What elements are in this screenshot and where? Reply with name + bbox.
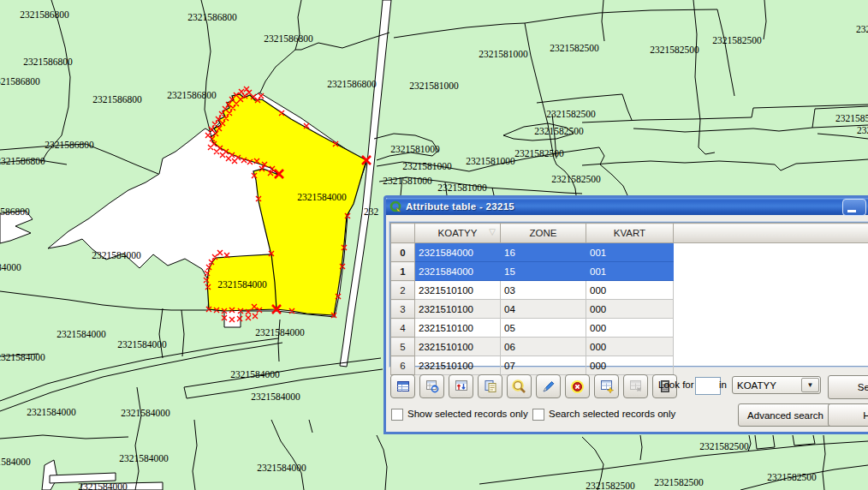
parcel-label: 2321584000 — [78, 481, 128, 490]
cell[interactable]: 07 — [501, 356, 586, 375]
parcel-label: 2321581000 — [402, 161, 452, 171]
chevron-down-icon[interactable]: ▼ — [801, 378, 819, 392]
column-header-label: KVART — [614, 228, 645, 238]
cell[interactable]: 2321510100 — [415, 319, 501, 338]
zoom-to-selection-button[interactable] — [507, 374, 532, 398]
parcel-label: 2321584000 — [117, 339, 167, 350]
move-selection-to-top-button[interactable] — [419, 374, 444, 398]
window-titlebar[interactable]: Attribute table - 23215 — [386, 198, 868, 215]
parcel-label: 23215856 — [835, 113, 868, 123]
cell[interactable]: 001 — [586, 262, 674, 281]
show-selected-label: Show selected records only — [407, 409, 528, 419]
parcel-label: 2321581000 — [383, 176, 432, 186]
show-selected-checkbox[interactable] — [391, 409, 403, 421]
unselect-all-button[interactable] — [390, 374, 415, 398]
cell[interactable]: 2321510100 — [415, 300, 501, 319]
new-column-icon — [600, 379, 614, 393]
cell[interactable]: 000 — [586, 356, 674, 375]
qgis-logo-icon — [389, 200, 401, 212]
cell[interactable]: 16 — [501, 243, 586, 262]
parcel-label: 232 — [857, 125, 868, 135]
screen: { "window": { "title": "Attribute table … — [0, 0, 868, 490]
invert-selection-button[interactable] — [449, 374, 473, 398]
parcel-label: 2321581000 — [479, 49, 528, 59]
attribute-toolbar — [390, 374, 677, 398]
parcel-label: 2321582500 — [586, 481, 635, 490]
parcel-label: 2321584000 — [255, 327, 305, 338]
parcel-label: 2321582500 — [767, 472, 817, 482]
in-label: in — [719, 379, 727, 390]
row-number[interactable]: 3 — [391, 300, 415, 319]
parcel-label: 2321582500 — [551, 174, 601, 184]
row-number[interactable]: 6 — [391, 356, 415, 375]
parcel-label: 2321581000 — [409, 81, 459, 91]
parcel-label: 2321584000 — [119, 453, 169, 463]
column-header-kvart[interactable]: KVART — [586, 224, 674, 243]
row-number[interactable]: 1 — [391, 262, 415, 281]
parcel-label: 2321586800 — [264, 33, 313, 44]
parcel-label: 2321582500 — [550, 43, 599, 53]
minimize-icon — [847, 210, 856, 212]
cell[interactable]: 000 — [586, 281, 674, 300]
attribute-table-frame: KOATYY ▽ ZONE KVART 02321584000160011232… — [389, 222, 868, 367]
parcel-label: 2321586800 — [167, 90, 217, 100]
delete-selected-icon — [570, 379, 585, 394]
minimize-button[interactable] — [842, 199, 866, 216]
parcel-label: 2321586800 — [0, 206, 30, 217]
window-title: Attribute table - 23215 — [406, 201, 514, 212]
search-selected-checkbox[interactable] — [532, 409, 544, 421]
cell[interactable]: 000 — [586, 300, 674, 319]
table-row[interactable]: 2232151010003000 — [391, 281, 868, 300]
parcel-label: 2321584000 — [217, 279, 267, 290]
cell[interactable]: 05 — [501, 319, 586, 338]
table-row[interactable]: 6232151010007000 — [391, 356, 868, 375]
copy-selection-button[interactable] — [478, 374, 502, 398]
table-row[interactable]: 0232158400016001 — [391, 243, 868, 262]
parcel-label: 2321581000 — [390, 144, 440, 154]
parcel-label: 2321582500 — [514, 148, 564, 158]
look-for-input[interactable] — [695, 377, 721, 395]
new-column-button[interactable] — [594, 374, 619, 398]
cell[interactable]: 03 — [501, 281, 586, 300]
cell[interactable]: 000 — [586, 338, 674, 356]
cell[interactable]: 15 — [501, 262, 586, 281]
cell[interactable]: 06 — [501, 338, 586, 356]
unselect-all-icon — [396, 379, 410, 393]
cell[interactable]: 2321510100 — [415, 281, 501, 300]
field-select-value: KOATYY — [733, 380, 801, 391]
table-row[interactable]: 4232151010005000 — [391, 319, 868, 338]
cell[interactable]: 2321510100 — [415, 338, 501, 356]
row-number[interactable]: 0 — [391, 243, 415, 262]
parcel-label: 2321586800 — [0, 76, 40, 87]
parcel-label: 2321586800 — [92, 94, 142, 105]
table-row[interactable]: 1232158400015001 — [391, 262, 868, 281]
cell[interactable]: 2321584000 — [415, 243, 501, 262]
sort-indicator-icon: ▽ — [489, 227, 496, 236]
row-number[interactable]: 4 — [391, 319, 415, 338]
parcel-label: 232 — [856, 24, 868, 34]
parcel-label: 2321582500 — [712, 35, 762, 45]
table-row[interactable]: 5232151010006000 — [391, 338, 868, 356]
parcel-label: 2321584000 — [56, 329, 106, 339]
field-select[interactable]: KOATYY ▼ — [732, 376, 821, 394]
delete-selected-button[interactable] — [565, 374, 590, 398]
cell[interactable]: 04 — [501, 300, 586, 319]
advanced-search-button[interactable]: Advanced search — [738, 403, 833, 427]
cell[interactable]: 000 — [586, 319, 674, 338]
table-row[interactable]: 3232151010004000 — [391, 300, 868, 319]
toggle-editing-button[interactable] — [536, 374, 561, 398]
parcel-label: 2321584000 — [92, 250, 141, 260]
cell[interactable]: 001 — [586, 243, 674, 262]
column-header-koatyy[interactable]: KOATYY ▽ — [415, 224, 501, 243]
search-button[interactable]: Search — [828, 375, 868, 399]
cell[interactable]: 2321584000 — [415, 262, 501, 281]
parcel-label: 2321586800 — [0, 156, 45, 166]
row-number[interactable]: 5 — [391, 338, 415, 356]
cell[interactable]: 2321510100 — [415, 356, 501, 375]
row-number[interactable]: 2 — [391, 281, 415, 300]
help-button[interactable]: Help — [828, 403, 868, 427]
delete-column-button[interactable] — [623, 374, 648, 398]
search-selected-label: Search selected records only — [549, 409, 675, 419]
delete-column-icon — [629, 379, 643, 393]
column-header-zone[interactable]: ZONE — [501, 224, 586, 243]
